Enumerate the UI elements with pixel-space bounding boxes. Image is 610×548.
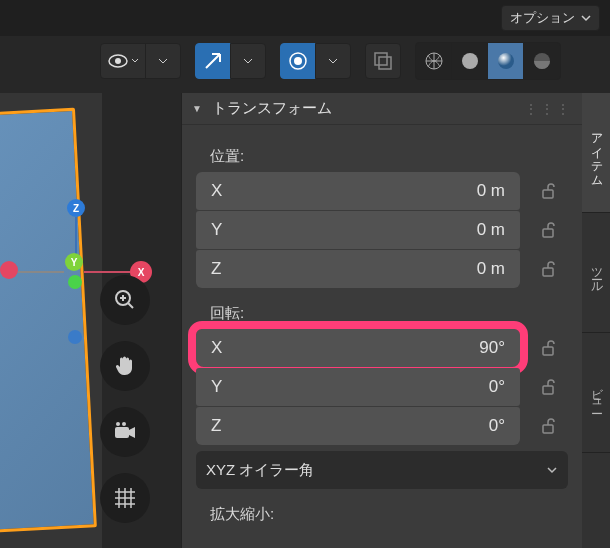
scale-label: 拡大縮小: [210,505,568,524]
tab-tool[interactable]: ツール [582,213,610,333]
zoom-button[interactable] [100,275,150,325]
grid-icon [112,485,138,511]
gizmo-line-x [84,271,130,273]
axis-label: X [211,181,222,201]
location-x-field[interactable]: X 0 m [196,172,520,210]
lock-rotation-x[interactable] [528,339,568,357]
chevron-down-icon [158,56,168,66]
hand-icon [112,353,138,379]
location-label: 位置: [210,147,568,166]
rotation-z-field[interactable]: Z 0° [196,407,520,445]
sphere-wire-icon [423,50,445,72]
zoom-icon [112,287,138,313]
drag-grip-icon[interactable]: ⋮⋮⋮ [524,101,572,117]
camera-icon [112,419,138,445]
shading-material[interactable] [488,43,524,79]
options-label: オプション [510,9,575,27]
perspective-button[interactable] [100,473,150,523]
gizmo-line-z [75,217,77,257]
shading-solid[interactable] [452,43,488,79]
rotation-mode-value: XYZ オイラー角 [206,461,314,480]
unlock-icon [539,221,557,239]
unlock-icon [539,182,557,200]
svg-point-7 [462,53,478,69]
tab-item[interactable]: アイテム [582,93,610,213]
options-dropdown[interactable]: オプション [501,5,600,31]
sphere-material-icon [495,50,517,72]
viewport[interactable]: Z Y X [0,93,102,548]
sphere-solid-icon [459,50,481,72]
unlock-icon [539,339,557,357]
location-z-value: 0 m [221,259,505,279]
gizmo-line-neg [18,271,64,273]
svg-rect-5 [379,57,391,69]
selected-object[interactable] [0,108,97,535]
svg-point-1 [115,58,121,64]
rotation-label: 回転: [210,304,568,323]
rotation-mode-dropdown[interactable]: XYZ オイラー角 [196,451,568,489]
lock-rotation-z[interactable] [528,417,568,435]
gizmo-axis-z[interactable]: Z [67,199,85,217]
panel-title: トランスフォーム [212,99,514,118]
camera-button[interactable] [100,407,150,457]
svg-point-3 [294,57,302,65]
axis-label: Z [211,259,221,279]
svg-point-8 [498,53,514,69]
transform-panel: ▼ トランスフォーム ⋮⋮⋮ 位置: X 0 m Y 0 m Z 0 m [181,93,582,548]
panel-header[interactable]: ▼ トランスフォーム ⋮⋮⋮ [182,93,582,125]
location-y-value: 0 m [222,220,505,240]
visibility-dropdown[interactable] [100,43,181,79]
unlock-icon [539,260,557,278]
arrow-icon [202,50,224,72]
svg-rect-15 [543,229,553,237]
xray-toggle[interactable] [365,43,401,79]
rotation-x-value: 90° [222,338,505,358]
rotation-y-field[interactable]: Y 0° [196,368,520,406]
gizmo-axis-neg-x[interactable] [0,261,18,279]
unlock-icon [539,417,557,435]
svg-rect-11 [115,427,129,438]
xray-icon [372,50,394,72]
svg-point-12 [116,422,120,426]
svg-rect-4 [375,53,387,65]
unlock-icon [539,378,557,396]
svg-rect-14 [543,190,553,198]
axis-label: Y [211,377,222,397]
pan-button[interactable] [100,341,150,391]
location-y-field[interactable]: Y 0 m [196,211,520,249]
eye-icon [107,52,129,70]
lock-location-z[interactable] [528,260,568,278]
location-x-value: 0 m [222,181,505,201]
chevron-down-icon [131,57,139,65]
lock-rotation-y[interactable] [528,378,568,396]
disclosure-triangle-icon: ▼ [192,103,202,114]
overlay-icon [287,50,309,72]
shading-rendered[interactable] [524,43,560,79]
axis-label: Y [211,220,222,240]
gizmo-axis-neg-z[interactable] [68,330,82,344]
rotation-z-value: 0° [221,416,505,436]
svg-rect-19 [543,425,553,433]
rotation-x-field[interactable]: X 90° [196,329,520,367]
svg-rect-17 [543,347,553,355]
rotation-y-value: 0° [222,377,505,397]
gizmo-toggle[interactable] [195,43,266,79]
chevron-down-icon [243,56,253,66]
lock-location-y[interactable] [528,221,568,239]
svg-point-13 [122,422,126,426]
shading-wireframe[interactable] [416,43,452,79]
overlay-toggle[interactable] [280,43,351,79]
gizmo-axis-neg-y[interactable] [68,275,82,289]
sphere-rendered-icon [531,50,553,72]
gizmo-axis-y[interactable]: Y [65,253,83,271]
location-z-field[interactable]: Z 0 m [196,250,520,288]
lock-location-x[interactable] [528,182,568,200]
tab-view[interactable]: ビュー [582,333,610,453]
axis-label: Z [211,416,221,436]
chevron-down-icon [581,13,591,23]
chevron-down-icon [328,56,338,66]
svg-rect-18 [543,386,553,394]
svg-rect-16 [543,268,553,276]
chevron-down-icon [546,464,558,476]
axis-label: X [211,338,222,358]
